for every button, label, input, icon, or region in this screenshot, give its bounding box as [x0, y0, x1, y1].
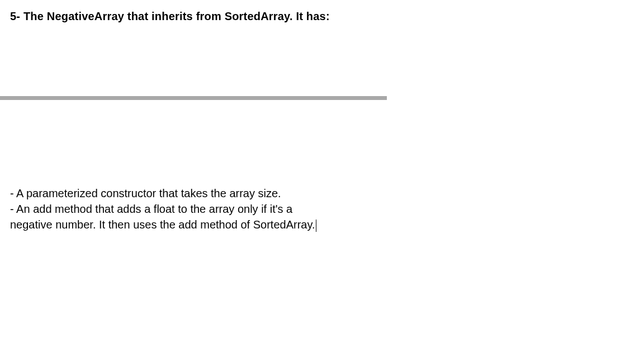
- section-heading: 5- The NegativeArray that inherits from …: [10, 10, 330, 23]
- text-cursor: [316, 220, 316, 232]
- body-text-block: - A parameterized constructor that takes…: [10, 185, 316, 232]
- body-line-1: - A parameterized constructor that takes…: [10, 185, 316, 201]
- body-line-2: - An add method that adds a float to the…: [10, 201, 316, 217]
- body-line-3-text: negative number. It then uses the add me…: [10, 218, 315, 231]
- body-line-3: negative number. It then uses the add me…: [10, 217, 316, 232]
- horizontal-divider: [0, 96, 387, 100]
